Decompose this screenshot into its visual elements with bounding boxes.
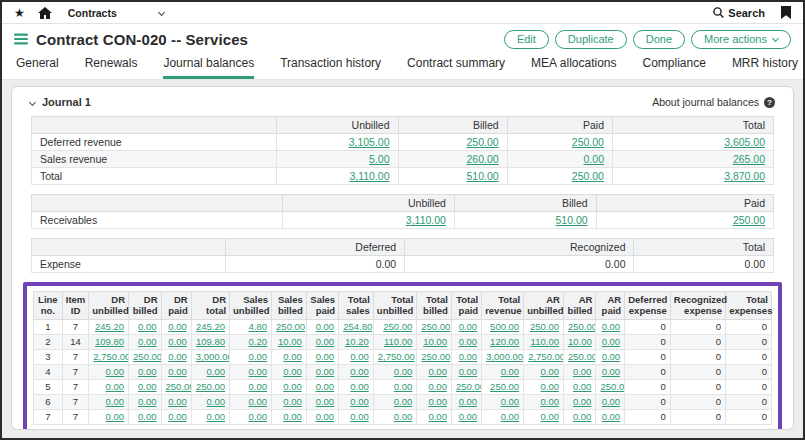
amount-link[interactable]: 510.00 — [466, 170, 498, 182]
amount-link[interactable]: 0.00 — [350, 366, 369, 377]
amount-link[interactable]: 0.00 — [283, 411, 302, 422]
tab-mrr-history[interactable]: MRR history — [732, 56, 798, 79]
amount-link[interactable]: 250.00 — [733, 214, 765, 226]
amount-link[interactable]: 250.00 — [421, 351, 450, 362]
amount-link[interactable]: 0.00 — [459, 411, 478, 422]
amount-link[interactable]: 0.00 — [138, 336, 157, 347]
amount-link[interactable]: 0.00 — [540, 381, 559, 392]
tab-journal-balances[interactable]: Journal balances — [163, 56, 254, 79]
amount-link[interactable]: 250.00 — [166, 381, 192, 392]
about-journal-balances-link[interactable]: About journal balances ? — [652, 96, 775, 108]
amount-link[interactable]: 0.00 — [540, 366, 559, 377]
tab-renewals[interactable]: Renewals — [85, 56, 138, 79]
amount-link[interactable]: 3,870.00 — [724, 170, 765, 182]
amount-link[interactable]: 3,110.00 — [406, 214, 446, 226]
amount-link[interactable]: 3,605.00 — [724, 136, 765, 148]
amount-link[interactable]: 0.00 — [207, 366, 226, 377]
amount-link[interactable]: 0.00 — [350, 411, 369, 422]
amount-link[interactable]: 250.00 — [572, 170, 604, 182]
amount-link[interactable]: 0.00 — [501, 366, 520, 377]
tab-contract-summary[interactable]: Contract summary — [407, 56, 505, 79]
amount-link[interactable]: 0.00 — [602, 336, 621, 347]
amount-link[interactable]: 250.00 — [490, 381, 519, 392]
amount-link[interactable]: 0.00 — [138, 411, 157, 422]
amount-link[interactable]: 0.00 — [138, 366, 157, 377]
edit-button[interactable]: Edit — [504, 30, 549, 49]
amount-link[interactable]: 0.00 — [138, 396, 157, 407]
amount-link[interactable]: 0.00 — [602, 321, 621, 332]
record-list-icon[interactable] — [14, 33, 28, 45]
amount-link[interactable]: 0.00 — [168, 411, 187, 422]
amount-link[interactable]: 250.00 — [383, 321, 412, 332]
amount-link[interactable]: 0.00 — [573, 411, 592, 422]
amount-link[interactable]: 109.80 — [196, 336, 225, 347]
amount-link[interactable]: 0.00 — [138, 321, 157, 332]
amount-link[interactable]: 0.00 — [106, 381, 125, 392]
help-icon[interactable]: ? — [764, 97, 775, 108]
amount-link[interactable]: 0.00 — [602, 351, 621, 362]
amount-link[interactable]: 0.00 — [249, 381, 268, 392]
amount-link[interactable]: 265.00 — [733, 153, 765, 165]
amount-link[interactable]: 0.00 — [428, 396, 447, 407]
amount-link[interactable]: 120.00 — [490, 336, 519, 347]
amount-link[interactable]: 0.00 — [106, 411, 125, 422]
amount-link[interactable]: 0.00 — [168, 396, 187, 407]
amount-link[interactable]: 0.00 — [283, 396, 302, 407]
amount-link[interactable]: 0.00 — [207, 396, 226, 407]
amount-link[interactable]: 250.00 — [572, 136, 604, 148]
amount-link[interactable]: 0.00 — [350, 381, 369, 392]
amount-link[interactable]: 0.00 — [106, 396, 125, 407]
amount-link[interactable]: 0.00 — [350, 351, 369, 362]
amount-link[interactable]: 0.00 — [394, 396, 413, 407]
amount-link[interactable]: 250.00 — [196, 381, 225, 392]
tab-transaction-history[interactable]: Transaction history — [280, 56, 381, 79]
amount-link[interactable]: 2,750.00 — [528, 351, 563, 362]
collapse-chevron-icon[interactable] — [29, 98, 36, 105]
amount-link[interactable]: 0.00 — [316, 336, 335, 347]
amount-link[interactable]: 0.00 — [350, 396, 369, 407]
amount-link[interactable]: 0.00 — [584, 153, 604, 165]
amount-link[interactable]: 500.00 — [490, 321, 519, 332]
amount-link[interactable]: 0.00 — [316, 321, 335, 332]
amount-link[interactable]: 0.00 — [283, 381, 302, 392]
amount-link[interactable]: 0.00 — [602, 366, 621, 377]
amount-link[interactable]: 254.80 — [343, 321, 372, 332]
amount-link[interactable]: 0.00 — [573, 381, 592, 392]
bookmark-icon[interactable] — [781, 6, 791, 19]
amount-link[interactable]: 3,000.00 — [196, 351, 230, 362]
amount-link[interactable]: 3,110.00 — [349, 170, 389, 182]
done-button[interactable]: Done — [633, 30, 685, 49]
amount-link[interactable]: 0.00 — [249, 366, 268, 377]
tab-mea-allocations[interactable]: MEA allocations — [531, 56, 616, 79]
amount-link[interactable]: 0.00 — [138, 381, 157, 392]
amount-link[interactable]: 245.20 — [95, 321, 124, 332]
amount-link[interactable]: 10.00 — [278, 336, 302, 347]
amount-link[interactable]: 0.00 — [602, 396, 621, 407]
amount-link[interactable]: 0.00 — [459, 321, 478, 332]
amount-link[interactable]: 2,750.00 — [378, 351, 415, 362]
amount-link[interactable]: 260.00 — [466, 153, 498, 165]
amount-link[interactable]: 0.00 — [459, 351, 478, 362]
amount-link[interactable]: 0.00 — [540, 411, 559, 422]
amount-link[interactable]: 250.00 — [276, 321, 305, 332]
amount-link[interactable]: 0.00 — [316, 411, 335, 422]
module-dropdown[interactable]: Contracts — [68, 7, 164, 19]
amount-link[interactable]: 250.00 — [600, 381, 624, 392]
amount-link[interactable]: 250.00 — [421, 321, 450, 332]
amount-link[interactable]: 110.00 — [384, 336, 412, 347]
amount-link[interactable]: 0.00 — [459, 366, 478, 377]
amount-link[interactable]: 0.00 — [283, 366, 302, 377]
amount-link[interactable]: 0.00 — [249, 351, 268, 362]
amount-link[interactable]: 0.00 — [573, 396, 592, 407]
amount-link[interactable]: 0.00 — [428, 411, 447, 422]
amount-link[interactable]: 0.00 — [316, 381, 335, 392]
amount-link[interactable]: 0.00 — [168, 336, 187, 347]
amount-link[interactable]: 250.00 — [133, 351, 161, 362]
amount-link[interactable]: 0.00 — [106, 366, 125, 377]
amount-link[interactable]: 10.00 — [568, 336, 592, 347]
amount-link[interactable]: 2,750.00 — [93, 351, 128, 362]
amount-link[interactable]: 10.20 — [345, 336, 369, 347]
more-actions-button[interactable]: More actions — [691, 30, 791, 49]
amount-link[interactable]: 0.00 — [428, 366, 447, 377]
favorite-star-icon[interactable]: ★ — [14, 7, 25, 19]
